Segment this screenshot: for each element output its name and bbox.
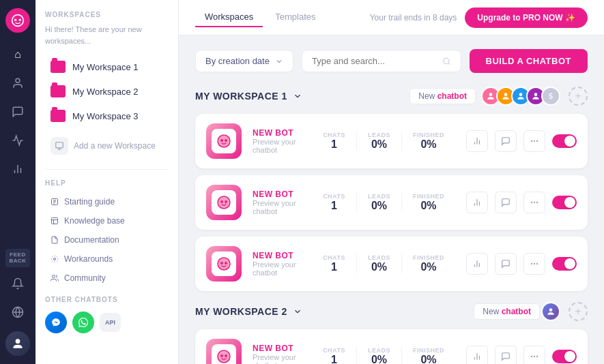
- whatsapp-button[interactable]: [72, 312, 94, 333]
- svg-point-45: [220, 262, 223, 264]
- svg-point-0: [12, 15, 24, 27]
- new-chatbot-button-2[interactable]: New chatbot: [474, 303, 540, 320]
- svg-point-3: [16, 78, 20, 82]
- svg-point-24: [519, 93, 523, 96]
- add-member-button[interactable]: +: [569, 87, 588, 106]
- filter-bar: By creation date BUILD A CHATBOT: [195, 49, 588, 73]
- analytics-button[interactable]: [466, 253, 488, 275]
- toggle-knob: [564, 197, 575, 208]
- help-section-title: HELP: [45, 179, 169, 187]
- folder-icon: [51, 85, 66, 97]
- api-button[interactable]: API: [100, 313, 121, 332]
- folder-icon: [51, 110, 66, 122]
- sidebar-item-workarounds[interactable]: Workarounds: [45, 251, 169, 267]
- add-workspace-button[interactable]: Add a new Workspace: [45, 132, 169, 160]
- sidebar-item-workspace-2[interactable]: My Workspace 2: [45, 80, 169, 102]
- chevron-down-icon[interactable]: [293, 307, 302, 316]
- filter-dropdown[interactable]: By creation date: [195, 50, 293, 72]
- bot-toggle[interactable]: [552, 196, 577, 209]
- tab-templates[interactable]: Templates: [265, 7, 325, 27]
- nav-globe-icon[interactable]: [5, 300, 30, 324]
- knowledge-base-label: Knowledge base: [64, 216, 125, 226]
- trial-text: Your trail ends in 8 days: [370, 13, 457, 22]
- svg-point-19: [53, 275, 55, 278]
- add-member-button-2[interactable]: +: [569, 302, 588, 321]
- nav-broadcast-icon[interactable]: [5, 128, 30, 153]
- topbar: Workspaces Templates Your trail ends in …: [179, 0, 604, 35]
- sidebar-item-workspace-3[interactable]: My Workspace 3: [45, 105, 169, 127]
- main-content: Workspaces Templates Your trail ends in …: [179, 0, 604, 364]
- sidebar-item-knowledge-base[interactable]: Knowledge base: [45, 213, 169, 229]
- toggle-knob: [564, 258, 575, 269]
- chevron-down-icon[interactable]: [293, 91, 302, 101]
- bot-actions: [466, 192, 577, 213]
- bot-name: NEW BOT: [253, 128, 301, 138]
- svg-point-34: [536, 140, 538, 142]
- bot-description: Preview your chatbot: [253, 199, 301, 215]
- sidebar-item-starting-guide[interactable]: Starting guide: [45, 194, 169, 210]
- leads-stat: LEADS 0%: [357, 132, 402, 151]
- app-logo[interactable]: [5, 8, 30, 33]
- sidebar-title: WORKSPACES: [45, 11, 169, 18]
- workspace-1-section: MY WORKSPACE 1 New chatbot: [195, 87, 588, 291]
- workspace-1-header: MY WORKSPACE 1 New chatbot: [195, 87, 588, 106]
- bot-icon-inner: [212, 129, 236, 153]
- analytics-button[interactable]: [466, 346, 488, 364]
- svg-point-27: [220, 139, 223, 142]
- workarounds-label: Workarounds: [64, 254, 113, 264]
- analytics-button[interactable]: [466, 192, 488, 213]
- new-chatbot-button-1[interactable]: New chatbot: [409, 88, 476, 104]
- sidebar-item-community[interactable]: Community: [45, 270, 169, 286]
- nav-bell-icon[interactable]: [5, 271, 30, 296]
- svg-point-41: [531, 202, 532, 203]
- bot-description: Preview your chatbot: [253, 138, 301, 154]
- svg-point-42: [534, 202, 535, 203]
- finished-stat: FINISHED 0%: [402, 254, 455, 273]
- svg-point-52: [536, 263, 538, 264]
- more-button[interactable]: [523, 130, 545, 152]
- chats-stat: CHATS 1: [312, 132, 357, 151]
- sidebar-description: Hi there! These are your new workspaces.…: [45, 24, 169, 46]
- more-button[interactable]: [523, 253, 545, 275]
- svg-point-37: [225, 200, 227, 203]
- preview-button[interactable]: [495, 130, 517, 152]
- bot-toggle[interactable]: [552, 134, 577, 148]
- build-chatbot-button[interactable]: BUILD A CHATBOT: [470, 49, 588, 73]
- svg-point-60: [531, 356, 532, 357]
- more-button[interactable]: [523, 346, 545, 364]
- svg-point-26: [218, 135, 230, 147]
- bot-toggle[interactable]: [552, 257, 577, 271]
- search-input[interactable]: [312, 56, 437, 66]
- avatars-group-1: 5: [481, 87, 560, 106]
- sidebar-item-workspace-1[interactable]: My Workspace 1: [45, 56, 169, 78]
- preview-button[interactable]: [495, 253, 517, 275]
- user-avatar[interactable]: [5, 331, 30, 356]
- preview-button[interactable]: [495, 192, 517, 213]
- search-field[interactable]: [302, 50, 461, 72]
- sidebar-item-documentation[interactable]: Documentation: [45, 232, 169, 248]
- tab-workspaces[interactable]: Workspaces: [195, 7, 263, 27]
- svg-point-53: [549, 308, 553, 312]
- more-button[interactable]: [523, 192, 545, 213]
- toggle-knob: [564, 351, 575, 362]
- upgrade-button[interactable]: Upgrade to PRO NOW ✨: [465, 7, 588, 28]
- svg-point-25: [534, 93, 538, 96]
- nav-chat-icon[interactable]: [5, 100, 30, 124]
- avatar-count: 5: [541, 87, 560, 106]
- bot-icon-wrap: [206, 339, 242, 364]
- svg-rect-15: [52, 218, 58, 224]
- feedback-button[interactable]: FEED BACK: [5, 249, 30, 267]
- nav-home-icon[interactable]: ⌂: [5, 42, 30, 67]
- documentation-label: Documentation: [64, 235, 119, 245]
- nav-analytics-icon[interactable]: [5, 157, 30, 181]
- bot-toggle[interactable]: [552, 350, 577, 363]
- analytics-button[interactable]: [466, 130, 488, 152]
- bot-icon-wrap: [206, 246, 242, 282]
- messenger-button[interactable]: [45, 312, 67, 333]
- svg-point-20: [444, 58, 449, 63]
- bot-actions: [466, 253, 577, 275]
- svg-point-55: [220, 354, 223, 357]
- nav-users-icon[interactable]: [5, 71, 30, 95]
- bot-stats: CHATS 1 LEADS 0% FINISHED 0%: [312, 347, 455, 364]
- preview-button[interactable]: [495, 346, 517, 364]
